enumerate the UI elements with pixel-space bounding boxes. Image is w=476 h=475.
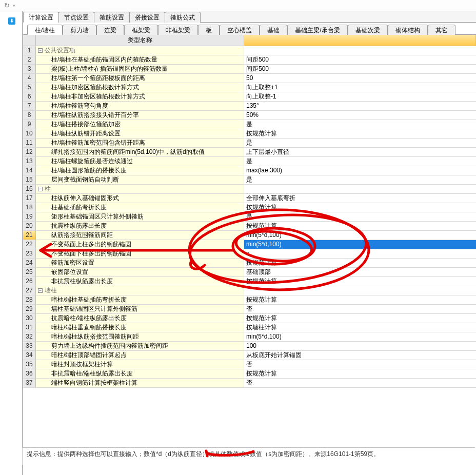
cell-value[interactable] bbox=[244, 46, 476, 55]
pin-icon[interactable]: ⬇ bbox=[8, 17, 15, 25]
table-row[interactable]: 6柱/墙柱非加密区箍筋根数计算方式向上取整-1 bbox=[23, 92, 476, 102]
cell-type-name[interactable]: 层间变截面钢筋自动判断 bbox=[36, 175, 244, 184]
cell-value[interactable] bbox=[244, 185, 476, 193]
subtab-1[interactable]: 剪力墙 bbox=[63, 25, 96, 35]
collapse-icon[interactable]: − bbox=[38, 187, 43, 191]
table-row[interactable]: 28暗柱/端柱基础插筋弯折长度按规范计算 bbox=[23, 295, 476, 305]
cell-type-name[interactable]: −公共设置项 bbox=[36, 46, 244, 55]
table-row[interactable]: 13柱/墙柱螺旋箍筋是否连续通过是 bbox=[23, 157, 476, 166]
cell-value[interactable]: 是 bbox=[244, 120, 476, 129]
table-row[interactable]: 1−公共设置项 bbox=[23, 46, 476, 55]
table-row[interactable]: 12绑扎搭接范围内的箍筋间距min(5d,100)中，纵筋d的取值上下层最小直径 bbox=[23, 148, 476, 157]
collapse-icon[interactable]: − bbox=[38, 48, 43, 53]
table-row[interactable]: 32暗柱/端柱纵筋搭接范围箍筋间距min(5*d,100) bbox=[23, 332, 476, 342]
cell-value[interactable]: 按规范计算 bbox=[244, 129, 476, 138]
cell-value[interactable] bbox=[244, 286, 476, 295]
table-row[interactable]: 29墙柱基础锚固区只计算外侧箍筋否 bbox=[23, 305, 476, 314]
cell-type-name[interactable]: 柱/墙柱圆形箍筋的搭接长度 bbox=[36, 166, 244, 175]
cell-type-name[interactable]: 墙柱基础锚固区只计算外侧箍筋 bbox=[36, 305, 244, 313]
cell-type-name[interactable]: 柱/墙柱搭接部位箍筋加密 bbox=[36, 120, 244, 129]
cell-type-name[interactable]: 绑扎搭接范围内的箍筋间距min(5d,100)中，纵筋d的取值 bbox=[36, 148, 244, 156]
cell-type-name[interactable]: 暗柱/端柱垂直钢筋搭接长度 bbox=[36, 323, 244, 332]
cell-value[interactable]: 是 bbox=[244, 157, 476, 166]
table-row[interactable]: 17柱纵筋伸入基础锚固形式全部伸入基底弯折 bbox=[23, 194, 476, 203]
cell-value[interactable]: min(5*d,100) bbox=[244, 240, 476, 249]
cell-value[interactable]: min(5*d,100) bbox=[244, 231, 476, 240]
table-row[interactable]: 10柱/墙柱纵筋错开距离设置按规范计算 bbox=[23, 129, 476, 138]
cell-type-name[interactable]: 梁(板)上柱/墙柱在插筋锚固区内的箍筋数量 bbox=[36, 65, 244, 73]
table-row[interactable]: 33剪力墙上边缘构件插筋范围内箍筋加密间距100 bbox=[23, 342, 476, 351]
cell-value[interactable]: 按墙柱计算 bbox=[244, 323, 476, 332]
cell-type-name[interactable]: 柱/墙柱螺旋箍筋是否连续通过 bbox=[36, 157, 244, 166]
cell-value[interactable]: 上下层最小直径 bbox=[244, 148, 476, 156]
table-row[interactable]: 4柱/墙柱第一个箍筋距楼板面的距离50 bbox=[23, 74, 476, 83]
cell-value[interactable]: 向上取整+1 bbox=[244, 83, 476, 92]
cell-type-name[interactable]: 剪力墙上边缘构件插筋范围内箍筋加密间距 bbox=[36, 342, 244, 350]
cell-value[interactable]: 按规范计算 bbox=[244, 369, 476, 378]
cell-type-name[interactable]: 暗柱封顶按框架柱计算 bbox=[36, 360, 244, 369]
cell-type-name[interactable]: 柱基础插筋弯折长度 bbox=[36, 203, 244, 212]
table-row[interactable]: 34暗柱/端柱顶部锚固计算起点从板底开始计算锚固 bbox=[23, 351, 476, 360]
cell-type-name[interactable]: 柱/墙柱箍筋加密范围包含错开距离 bbox=[36, 138, 244, 147]
subtab-0[interactable]: 柱/墙柱 bbox=[27, 25, 63, 35]
tab-0[interactable]: 计算设置 bbox=[23, 12, 59, 23]
refresh-icon[interactable]: ↻ bbox=[4, 2, 10, 9]
table-row[interactable]: 26非抗震柱纵筋露出长度按规范计算 bbox=[23, 277, 476, 286]
table-row[interactable]: 19矩形柱基础锚固区只计算外侧箍筋是 bbox=[23, 212, 476, 222]
table-row[interactable]: 3梁(板)上柱/墙柱在插筋锚固区内的箍筋数量间距500 bbox=[23, 65, 476, 74]
column-header-value[interactable] bbox=[244, 35, 476, 46]
cell-type-name[interactable]: 非抗震暗柱/端柱纵筋露出长度 bbox=[36, 369, 244, 378]
cell-value[interactable]: 从板底开始计算锚固 bbox=[244, 351, 476, 360]
cell-value[interactable]: 间距500 bbox=[244, 65, 476, 73]
cell-type-name[interactable]: 暗柱/端柱顶部锚固计算起点 bbox=[36, 351, 244, 360]
table-row[interactable]: 31暗柱/端柱垂直钢筋搭接长度按墙柱计算 bbox=[23, 323, 476, 332]
cell-value[interactable]: 50% bbox=[244, 111, 476, 120]
cell-value[interactable]: 向上取整-1 bbox=[244, 92, 476, 101]
cell-type-name[interactable]: 柱/墙柱纵筋错开距离设置 bbox=[36, 129, 244, 138]
cell-type-name[interactable]: 柱/墙柱加密区箍筋根数计算方式 bbox=[36, 83, 244, 92]
dropdown-icon[interactable]: ▾ bbox=[13, 3, 15, 8]
cell-type-name[interactable]: 箍筋加密区设置 bbox=[36, 259, 244, 267]
tab-4[interactable]: 箍筋公式 bbox=[165, 12, 201, 23]
table-row[interactable]: 14柱/墙柱圆形箍筋的搭接长度max(lae,300) bbox=[23, 166, 476, 175]
tab-1[interactable]: 节点设置 bbox=[58, 12, 94, 23]
cell-type-name[interactable]: 柱纵筋伸入基础锚固形式 bbox=[36, 194, 244, 203]
table-row[interactable]: 25嵌固部位设置基础顶部 bbox=[23, 268, 476, 277]
subtab-6[interactable]: 空心楼盖 bbox=[220, 25, 260, 35]
table-row[interactable]: 2柱/墙柱在基础插筋锚固区内的箍筋数量间距500 bbox=[23, 55, 476, 65]
cell-type-name[interactable]: 非抗震柱纵筋露出长度 bbox=[36, 277, 244, 286]
cell-value[interactable]: s bbox=[244, 249, 476, 258]
cell-value[interactable]: 是 bbox=[244, 175, 476, 184]
cell-value[interactable]: 是 bbox=[244, 138, 476, 147]
table-row[interactable]: 23不变截面下柱多出的钢筋锚固s bbox=[23, 249, 476, 259]
collapse-icon[interactable]: − bbox=[38, 288, 43, 293]
cell-type-name[interactable]: 纵筋搭接范围箍筋间距 bbox=[36, 231, 244, 240]
subtab-7[interactable]: 基础 bbox=[260, 25, 287, 35]
tab-3[interactable]: 搭接设置 bbox=[129, 12, 165, 23]
cell-value[interactable]: 按规范计算 bbox=[244, 222, 476, 230]
table-row[interactable]: 20抗震柱纵筋露出长度按规范计算 bbox=[23, 222, 476, 231]
table-row[interactable]: 9柱/墙柱搭接部位箍筋加密是 bbox=[23, 120, 476, 129]
subtab-8[interactable]: 基础主梁/承台梁 bbox=[287, 25, 347, 35]
table-row[interactable]: 11柱/墙柱箍筋加密范围包含错开距离是 bbox=[23, 138, 476, 148]
table-row[interactable]: 5柱/墙柱加密区箍筋根数计算方式向上取整+1 bbox=[23, 83, 476, 92]
table-row[interactable]: 16−柱 bbox=[23, 185, 476, 194]
cell-value[interactable]: 否 bbox=[244, 305, 476, 313]
table-row[interactable]: 24箍筋加密区设置按规范计算 bbox=[23, 259, 476, 268]
table-row[interactable]: 8柱/墙柱纵筋搭接接头错开百分率50% bbox=[23, 111, 476, 120]
subtab-9[interactable]: 基础次梁 bbox=[348, 25, 388, 35]
table-row[interactable]: 15层间变截面钢筋自动判断是 bbox=[23, 175, 476, 185]
table-row[interactable]: 35暗柱封顶按框架柱计算否 bbox=[23, 360, 476, 369]
subtab-11[interactable]: 其它 bbox=[428, 25, 455, 35]
table-row[interactable]: 27−墙柱 bbox=[23, 286, 476, 295]
cell-type-name[interactable]: 柱/墙柱第一个箍筋距楼板面的距离 bbox=[36, 74, 244, 83]
cell-value[interactable]: 100 bbox=[244, 342, 476, 350]
column-header-name[interactable]: 类型名称 bbox=[36, 35, 244, 46]
cell-type-name[interactable]: 不变截面上柱多出的钢筋锚固 bbox=[36, 240, 244, 249]
cell-value[interactable]: 基础顶部 bbox=[244, 268, 476, 276]
cell-value[interactable]: min(5*d,100) bbox=[244, 332, 476, 341]
cell-type-name[interactable]: 柱/墙柱在基础插筋锚固区内的箍筋数量 bbox=[36, 55, 244, 64]
cell-type-name[interactable]: −墙柱 bbox=[36, 286, 244, 295]
cell-value[interactable]: 否 bbox=[244, 360, 476, 369]
subtab-5[interactable]: 板 bbox=[198, 25, 220, 35]
